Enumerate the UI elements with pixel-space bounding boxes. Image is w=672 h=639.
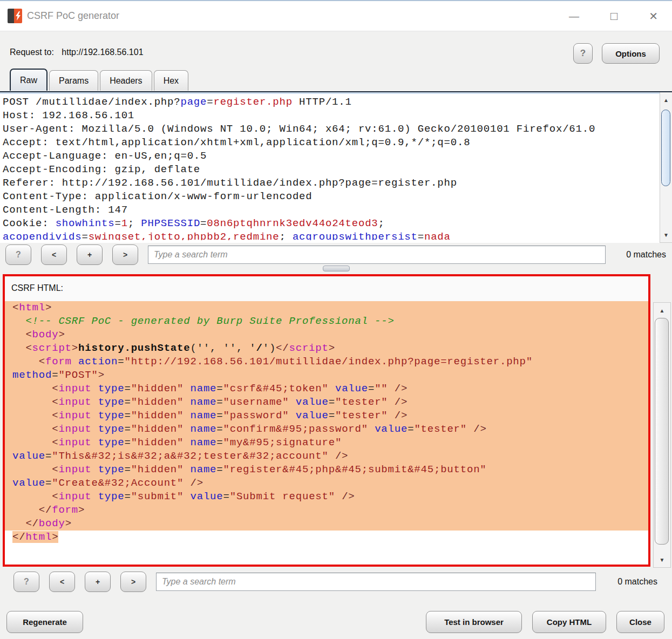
tab-params[interactable]: Params	[49, 70, 98, 91]
code-line: User-Agent: Mozilla/5.0 (Windows NT 10.0…	[3, 123, 672, 136]
burp-suite-icon	[8, 9, 22, 23]
request-scrollbar-thumb[interactable]	[661, 110, 670, 186]
code-line: value="Create&#32;Account" />	[5, 477, 648, 490]
code-line: <input type="hidden" name="my&#95;signat…	[5, 436, 648, 450]
burp-icon-dark-face	[8, 9, 14, 23]
pane-splitter	[0, 266, 672, 273]
code-line: <input type="submit" value="Submit reque…	[5, 490, 648, 504]
code-line: <!-- CSRF PoC - generated by Burp Suite …	[5, 315, 648, 328]
search-prev-button[interactable]: <	[49, 572, 75, 592]
csrf-search-bar: ? < + > 0 matches	[0, 570, 672, 594]
help-button[interactable]: ?	[573, 43, 593, 64]
code-line: Referer: http://192.168.56.101/mutillida…	[3, 176, 672, 190]
scroll-up-icon[interactable]: ▲	[654, 304, 670, 317]
copy-html-button[interactable]: Copy HTML	[532, 611, 606, 633]
test-in-browser-button[interactable]: Test in browser	[426, 611, 522, 633]
code-line: Content-Length: 147	[3, 203, 672, 217]
search-next-button[interactable]: >	[112, 244, 138, 265]
code-line: value="This&#32;is&#32;a&#32;tester&#32;…	[5, 450, 648, 463]
footer-right-buttons: Test in browser Copy HTML Close	[426, 611, 664, 633]
code-line: acopendivids=swingset,jotto,phpbb2,redmi…	[3, 230, 672, 240]
code-line: <input type="hidden" name="username" val…	[5, 396, 648, 409]
search-next-button[interactable]: >	[120, 572, 146, 592]
titlebar: CSRF PoC generator — □ ✕	[0, 1, 672, 31]
csrf-html-section: CSRF HTML: <html> <!-- CSRF PoC - genera…	[3, 274, 650, 567]
code-line: <body>	[5, 328, 648, 342]
scroll-down-icon[interactable]: ▼	[660, 228, 672, 241]
match-count: 0 matches	[617, 577, 657, 587]
code-line: Cookie: showhints=1; PHPSESSID=08n6ptqhn…	[3, 217, 672, 230]
request-scrollbar[interactable]: ▲ ▼	[660, 92, 672, 243]
csrf-poc-generator-window: CSRF PoC generator — □ ✕ Request to: htt…	[0, 0, 672, 639]
splitter-grip-handle[interactable]	[323, 266, 350, 271]
search-options-button[interactable]: +	[77, 244, 103, 265]
code-line: <input type="hidden" name="password" val…	[5, 409, 648, 423]
request-code: POST /mutillidae/index.php?page=register…	[0, 94, 672, 240]
code-line: <script>history.pushState('', '', '/')</…	[5, 342, 648, 355]
csrf-scrollbar[interactable]: ▲ ▼	[653, 302, 671, 568]
selected-text: </html>	[12, 531, 58, 543]
search-options-button[interactable]: +	[85, 572, 111, 592]
code-line: Accept-Language: en-US,en;q=0.5	[3, 149, 672, 163]
footer-button-row: Regenerate Test in browser Copy HTML Clo…	[0, 610, 672, 635]
tab-bar: Raw Params Headers Hex	[10, 70, 190, 91]
scroll-up-icon[interactable]: ▲	[660, 93, 672, 106]
csrf-scrollbar-thumb[interactable]	[655, 318, 669, 545]
search-input[interactable]	[156, 573, 596, 591]
close-icon[interactable]: ✕	[649, 11, 658, 22]
code-line: </form>	[5, 504, 648, 517]
code-line: </body>	[5, 517, 648, 531]
code-line: </html>	[5, 531, 648, 544]
request-search-bar: ? < + > 0 matches	[0, 243, 672, 267]
code-line: method="POST">	[5, 369, 648, 382]
options-button[interactable]: Options	[602, 43, 660, 64]
request-to-label: Request to:	[10, 47, 54, 57]
code-line: Accept-Encoding: gzip, deflate	[3, 163, 672, 176]
search-prev-button[interactable]: <	[41, 244, 67, 265]
tab-raw[interactable]: Raw	[10, 69, 47, 91]
window-controls: — □ ✕	[569, 1, 658, 31]
code-line: <input type="hidden" name="register&#45;…	[5, 463, 648, 477]
code-line: <input type="hidden" name="confirm&#95;p…	[5, 423, 648, 436]
tab-headers[interactable]: Headers	[100, 70, 152, 91]
code-line: POST /mutillidae/index.php?page=register…	[3, 96, 672, 109]
code-line: Content-Type: application/x-www-form-url…	[3, 190, 672, 203]
minimize-icon[interactable]: —	[569, 11, 579, 21]
match-count: 0 matches	[626, 250, 666, 260]
request-to-row: Request to: http://192.168.56.101	[10, 47, 144, 57]
code-line: <form action="http://192.168.56.101/muti…	[5, 355, 648, 369]
regenerate-button[interactable]: Regenerate	[6, 611, 83, 633]
lightning-bolt-icon	[14, 9, 22, 23]
search-help-button[interactable]: ?	[5, 244, 31, 265]
search-input[interactable]	[148, 246, 606, 264]
code-line: Accept: text/html,application/xhtml+xml,…	[3, 136, 672, 149]
window-title: CSRF PoC generator	[27, 10, 119, 22]
scroll-down-icon[interactable]: ▼	[654, 553, 670, 566]
close-button[interactable]: Close	[616, 611, 664, 633]
search-help-button[interactable]: ?	[13, 572, 39, 592]
tab-hex[interactable]: Hex	[154, 70, 188, 91]
csrf-html-label: CSRF HTML:	[5, 276, 648, 293]
request-to-url: http://192.168.56.101	[62, 47, 143, 57]
maximize-icon[interactable]: □	[610, 10, 617, 22]
code-line: Host: 192.168.56.101	[3, 109, 672, 123]
csrf-code[interactable]: <html> <!-- CSRF PoC - generated by Burp…	[5, 301, 648, 565]
code-line: <input type="hidden" name="csrf&#45;toke…	[5, 382, 648, 396]
code-line: <html>	[5, 301, 648, 315]
request-editor[interactable]: POST /mutillidae/index.php?page=register…	[0, 91, 672, 243]
